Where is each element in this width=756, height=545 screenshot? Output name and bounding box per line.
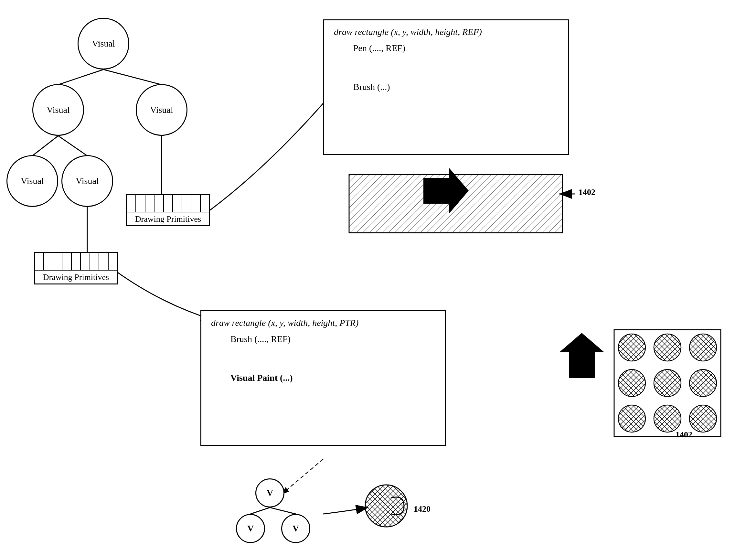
svg-point-25 [654, 405, 681, 432]
svg-line-6 [103, 69, 162, 85]
node-leaf1: Visual [6, 155, 58, 207]
svg-line-7 [32, 136, 58, 156]
v-node-br-label: V [293, 523, 299, 534]
bottom-cmd-box: draw rectangle (x, y, width, height, PTR… [200, 310, 446, 446]
bottom-cmd-vp-label: Visual Paint (...) [230, 373, 293, 383]
v-node-top: V [255, 478, 284, 508]
svg-line-5 [58, 69, 103, 85]
node-child2-label: Visual [150, 105, 173, 115]
svg-point-20 [689, 334, 717, 361]
svg-line-28 [250, 508, 270, 514]
bottom-cmd-brush-label: Brush (...., REF) [230, 334, 291, 344]
bottom-cmd-vp: Visual Paint (...) [230, 373, 435, 383]
svg-point-24 [618, 405, 645, 432]
svg-marker-12 [559, 333, 604, 378]
top-cmd-title: draw rectangle (x, y, width, height, REF… [334, 27, 558, 37]
svg-point-19 [654, 334, 681, 361]
top-cmd-brush-label: Brush (...) [353, 82, 390, 92]
node-child2: Visual [136, 84, 187, 136]
dp-label-1: Drawing Primitives [134, 212, 202, 225]
svg-line-29 [270, 508, 296, 514]
top-cmd-pen: Pen (...., REF) [353, 43, 558, 53]
dp-stripes-2 [35, 253, 117, 271]
dp-box-1: Drawing Primitives [126, 194, 210, 226]
node-root: Visual [78, 18, 129, 69]
svg-line-15 [281, 459, 323, 495]
node-leaf1-label: Visual [21, 176, 44, 186]
dp-stripes-1 [127, 195, 209, 212]
svg-point-18 [618, 334, 645, 361]
svg-line-8 [58, 136, 87, 156]
v-node-bl: V [236, 514, 265, 543]
svg-point-23 [689, 369, 717, 397]
node-leaf2-label: Visual [76, 176, 99, 186]
dp-label-2: Drawing Primitives [42, 271, 110, 283]
node-root-label: Visual [92, 38, 115, 49]
label-1402-bottom: 1402 [676, 430, 692, 440]
svg-point-26 [689, 405, 717, 432]
bottom-cmd-brush: Brush (...., REF) [230, 334, 435, 344]
node-child1: Visual [32, 84, 84, 136]
top-cmd-box: draw rectangle (x, y, width, height, REF… [323, 19, 569, 155]
top-cmd-pen-label: Pen (...., REF) [353, 43, 405, 53]
label-1420: 1420 [414, 504, 431, 514]
svg-rect-17 [614, 330, 721, 436]
v-node-bl-label: V [247, 523, 254, 534]
svg-point-22 [654, 369, 681, 397]
dp-box-2: Drawing Primitives [34, 252, 118, 284]
diagram: Visual Visual Visual Visual Visual Drawi… [0, 0, 756, 545]
svg-rect-16 [349, 175, 562, 233]
svg-line-14 [624, 404, 640, 420]
node-child1-label: Visual [47, 105, 69, 115]
label-1402-top: 1402 [579, 187, 595, 197]
svg-marker-11 [423, 168, 469, 213]
svg-point-27 [365, 485, 407, 527]
bottom-cmd-title: draw rectangle (x, y, width, height, PTR… [211, 318, 435, 328]
v-node-br: V [281, 514, 310, 543]
top-cmd-brush: Brush (...) [353, 82, 558, 92]
v-node-top-label: V [267, 488, 273, 498]
node-leaf2: Visual [61, 155, 113, 207]
svg-point-21 [618, 369, 645, 397]
